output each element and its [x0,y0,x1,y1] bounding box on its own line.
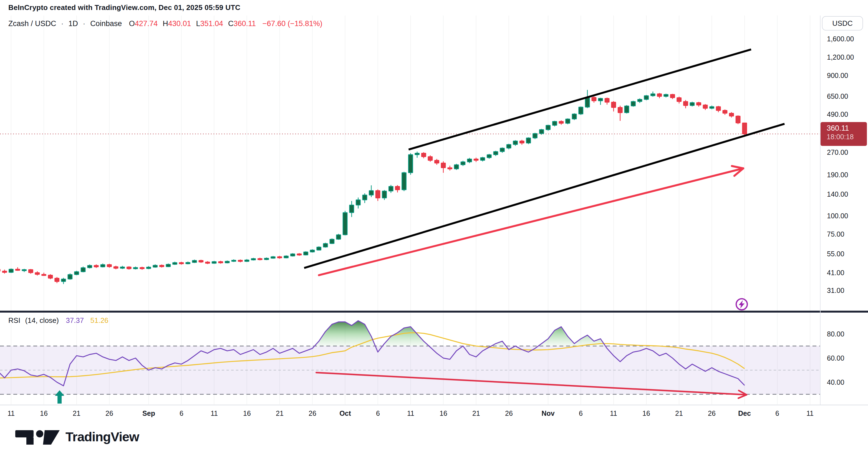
candle-body [245,260,249,261]
symbol-header: Zcash / USDC · 1D · Coinbase O427.74H430… [8,20,322,28]
candle-body [120,267,125,268]
candle-body [232,260,236,261]
tradingview-logo-text: TradingView [65,429,139,444]
pane-separator[interactable] [0,311,868,313]
tradingview-logo-icon [15,428,61,445]
candle-body [74,272,79,275]
candle-body [592,97,596,101]
candle-body [140,268,144,269]
bar-countdown: 18:00:18 [820,133,867,141]
candle-body [153,265,157,267]
candle-body [35,272,39,274]
candle-body [310,250,314,252]
candle-body [572,114,576,119]
candle-body [565,119,570,123]
rsi-indicator-header[interactable]: RSI (14, close) 37.37 51.26 [8,316,108,325]
price-chart-canvas[interactable] [0,0,868,451]
main-price-pane[interactable] [0,50,820,284]
lightning-icon[interactable] [736,299,747,310]
channel-upper-line [409,50,751,150]
candle-body [317,247,321,250]
candle-body [192,260,196,262]
ohlc-values: O427.74H430.01L351.04C360.11 [124,20,256,28]
candle-body [205,262,210,263]
rsi-params: (14, close) [25,316,59,324]
candle-body [389,186,393,191]
rsi-pane[interactable] [0,321,820,404]
rsi-value: 37.37 [66,316,84,324]
candle-body [212,262,216,263]
candle-body [271,257,275,258]
candle-body [736,116,740,123]
candle-body [81,268,85,271]
tradingview-logo[interactable]: TradingView [15,428,139,445]
up-trend-arrow[interactable] [319,166,743,276]
exchange-label[interactable]: Coinbase [90,20,122,28]
candle-body [657,94,661,96]
candle-body [716,106,720,110]
candle-body [585,97,589,107]
candle-body [382,191,386,198]
candle-body [487,155,491,158]
candle-body [683,101,688,105]
candle-body [612,102,616,107]
candle-body [127,267,131,269]
candle-body [330,239,334,244]
candle-body [160,265,164,267]
candle-body [166,264,170,267]
candle-body [559,122,563,123]
candle-body [173,263,177,264]
candle-body [101,265,105,267]
candle-body [42,274,46,276]
candle-body [356,200,360,205]
candle-body [644,96,649,99]
candle-body [179,263,183,264]
symbol-name[interactable]: Zcash / USDC [8,20,56,28]
candle-body [710,106,714,108]
candle-body [304,252,308,255]
candle-body [696,103,701,105]
candle-body [598,98,602,101]
candle-body [265,258,269,260]
tradingview-chart-page: { "top_bar": { "text": "BeInCrypto creat… [0,0,868,451]
ohlc-key: H [163,20,168,28]
candle-body [605,98,609,102]
ohlc-val: 430.01 [168,20,191,28]
trend-drawings[interactable] [304,50,784,268]
ohlc-key: C [228,20,234,28]
candle-body [68,275,72,279]
candle-body [546,125,550,130]
candle-body [415,153,419,155]
candle-body [422,153,426,157]
rsi-ma-value: 51.26 [90,316,108,324]
candle-body [114,267,118,268]
interval-label[interactable]: 1D [68,20,78,28]
candle-body [631,101,635,106]
candle-body [147,267,151,268]
last-price-badge[interactable]: 360.11 18:00:18 [820,122,867,146]
rsi-title: RSI [8,316,20,324]
candle-body [2,271,7,272]
candle-body [408,155,413,173]
candle-body [467,159,471,162]
candle-body [22,269,26,271]
currency-button[interactable]: USDC [822,16,863,31]
candle-body [284,256,288,258]
candle-body [343,213,347,235]
candle-body [323,244,328,247]
candle-body [16,269,20,270]
candle-body [520,141,524,143]
candle-body [258,258,262,260]
candle-body [9,269,13,272]
candle-body [48,275,53,278]
candle-body [618,107,622,112]
candle-body [533,133,537,138]
candle-body [133,268,137,269]
candle-body [579,107,583,114]
candle-body [514,141,518,144]
ohlc-val: 360.11 [234,20,256,28]
candle-body [376,191,380,198]
candle-body [402,173,406,190]
candle-body [480,158,485,160]
ohlc-val: 351.04 [200,20,223,28]
